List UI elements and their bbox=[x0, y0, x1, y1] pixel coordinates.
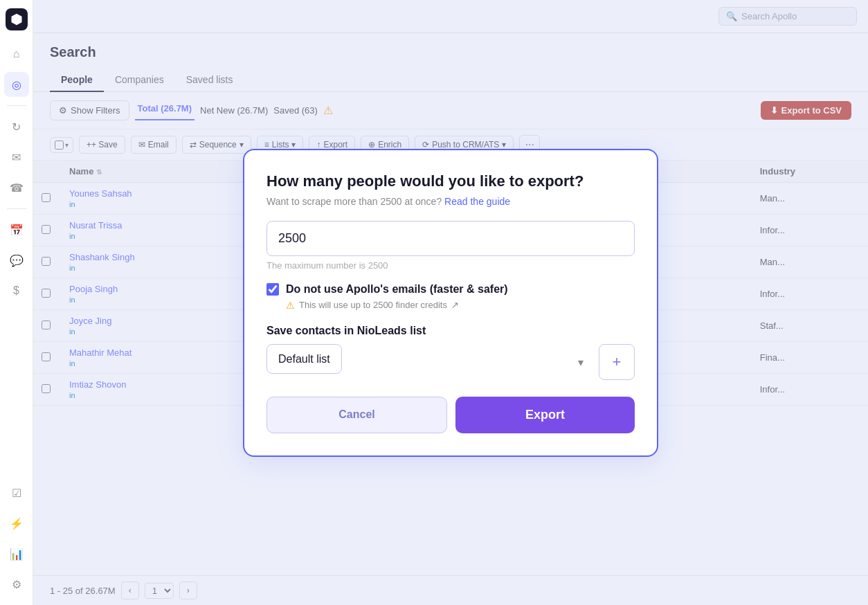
sidebar-item-phone[interactable]: ☎ bbox=[4, 175, 29, 200]
sidebar-divider bbox=[7, 105, 26, 106]
export-count-input[interactable] bbox=[266, 221, 635, 256]
add-list-button[interactable]: + bbox=[599, 344, 635, 380]
logo-icon bbox=[10, 12, 24, 26]
sidebar-item-email[interactable]: ✉ bbox=[4, 145, 29, 170]
modal-actions: Cancel Export bbox=[266, 397, 635, 433]
export-button[interactable]: Export bbox=[455, 397, 635, 433]
app-logo[interactable] bbox=[6, 8, 28, 30]
checkbox-row: Do not use Apollo's emails (faster & saf… bbox=[266, 283, 635, 296]
sidebar-divider-2 bbox=[7, 208, 26, 209]
warning-text: This will use up to 2500 finder credits bbox=[299, 300, 447, 310]
modal-overlay: How many people would you like to export… bbox=[33, 0, 868, 605]
sidebar: ⌂ ◎ ↻ ✉ ☎ 📅 💬 $ ☑ ⚡ 📊 ⚙ bbox=[0, 0, 33, 605]
modal-title: How many people would you like to export… bbox=[266, 172, 635, 190]
external-link-icon: ↗ bbox=[451, 300, 459, 310]
warning-triangle-icon: ⚠ bbox=[286, 300, 295, 311]
sidebar-item-analytics[interactable]: 📊 bbox=[4, 541, 29, 566]
sidebar-item-home[interactable]: ⌂ bbox=[4, 42, 29, 66]
list-selector-row: Default list + bbox=[266, 344, 635, 380]
list-select[interactable]: Default list bbox=[266, 344, 342, 374]
no-apollo-emails-label: Do not use Apollo's emails (faster & saf… bbox=[286, 283, 508, 296]
sidebar-item-sequences[interactable]: ⚡ bbox=[4, 511, 29, 536]
cancel-button[interactable]: Cancel bbox=[266, 397, 447, 433]
export-modal: How many people would you like to export… bbox=[243, 149, 658, 457]
export-max-hint: The maximum number is 2500 bbox=[266, 260, 635, 271]
sidebar-item-search[interactable]: ◎ bbox=[4, 72, 29, 97]
no-apollo-emails-checkbox[interactable] bbox=[266, 283, 279, 296]
save-contacts-section-title: Save contacts in NioLeads list bbox=[266, 325, 635, 337]
main-content: 🔍 Search Apollo Search People Companies … bbox=[33, 0, 868, 605]
list-select-wrap: Default list bbox=[266, 344, 593, 380]
modal-subtitle: Want to scrape more than 2500 at once? R… bbox=[266, 196, 635, 207]
sidebar-item-tasks[interactable]: ☑ bbox=[4, 480, 29, 505]
warning-row: ⚠ This will use up to 2500 finder credit… bbox=[286, 300, 635, 311]
read-guide-link[interactable]: Read the guide bbox=[444, 196, 510, 207]
sidebar-item-settings[interactable]: ⚙ bbox=[4, 572, 29, 597]
sidebar-item-engage[interactable]: ↻ bbox=[4, 114, 29, 139]
sidebar-item-chat[interactable]: 💬 bbox=[4, 248, 29, 273]
sidebar-item-calendar[interactable]: 📅 bbox=[4, 217, 29, 242]
sidebar-item-deals[interactable]: $ bbox=[4, 278, 29, 303]
